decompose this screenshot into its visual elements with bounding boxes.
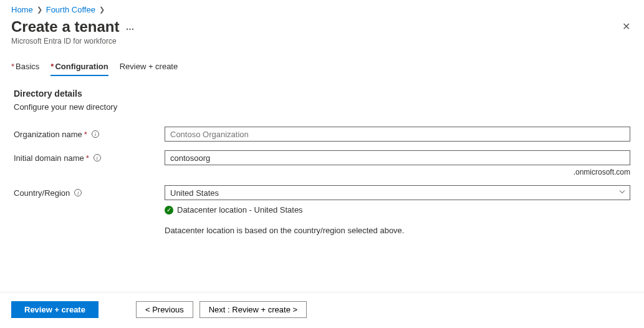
- info-icon[interactable]: i: [92, 130, 99, 138]
- previous-button[interactable]: < Previous: [136, 301, 193, 318]
- tab-review[interactable]: Review + create: [120, 62, 178, 76]
- info-icon[interactable]: i: [74, 189, 82, 196]
- label-country-region: Country/Region i: [14, 188, 165, 198]
- row-initial-domain: Initial domain name * i: [14, 150, 630, 165]
- more-icon[interactable]: …: [125, 22, 135, 32]
- breadcrumb-parent[interactable]: Fourth Coffee: [46, 5, 95, 14]
- label-text-organization: Organization name: [14, 130, 82, 139]
- datacenter-note: Datacenter location is based on the coun…: [165, 226, 404, 235]
- label-initial-domain: Initial domain name * i: [14, 153, 165, 163]
- page-title-text: Create a tenant: [11, 18, 119, 36]
- page-header: Create a tenant … Microsoft Entra ID for…: [11, 18, 135, 46]
- close-icon[interactable]: ✕: [620, 18, 633, 35]
- next-button[interactable]: Next : Review + create >: [199, 301, 307, 318]
- organization-name-input[interactable]: [165, 127, 630, 142]
- breadcrumb: Home ❯ Fourth Coffee ❯: [0, 0, 644, 17]
- label-text-region: Country/Region: [14, 188, 70, 198]
- section-title: Directory details: [14, 89, 630, 99]
- breadcrumb-home[interactable]: Home: [11, 5, 33, 14]
- page-title: Create a tenant …: [11, 18, 135, 36]
- row-organization-name: Organization name * i: [14, 127, 630, 142]
- footer: Review + create < Previous Next : Review…: [0, 292, 644, 328]
- country-region-select[interactable]: United States: [165, 185, 630, 200]
- section-desc: Configure your new directory: [14, 102, 630, 112]
- required-mark: *: [86, 153, 89, 163]
- review-create-button[interactable]: Review + create: [11, 301, 99, 318]
- datacenter-status: ✓ Datacenter location - United States: [165, 205, 303, 215]
- info-icon[interactable]: i: [94, 154, 101, 162]
- label-organization-name: Organization name * i: [14, 130, 165, 139]
- tabs: *Basics *Configuration Review + create: [0, 46, 644, 76]
- chevron-down-icon: [618, 188, 626, 198]
- tab-basics-label: Basics: [16, 62, 39, 71]
- chevron-right-icon: ❯: [99, 6, 105, 14]
- tab-configuration[interactable]: *Configuration: [50, 62, 108, 76]
- row-country-region: Country/Region i United States: [14, 185, 630, 200]
- datacenter-status-text: Datacenter location - United States: [177, 205, 303, 215]
- chevron-right-icon: ❯: [37, 6, 42, 14]
- tab-review-label: Review + create: [120, 62, 178, 71]
- country-region-value: United States: [170, 188, 219, 198]
- page-subtitle: Microsoft Entra ID for workforce: [11, 37, 135, 46]
- main-content: Directory details Configure your new dir…: [0, 76, 644, 241]
- tab-basics[interactable]: *Basics: [11, 62, 39, 76]
- required-mark: *: [50, 62, 54, 71]
- required-mark: *: [84, 130, 87, 139]
- domain-suffix: .onmicrosoft.com: [165, 168, 630, 176]
- check-circle-icon: ✓: [165, 206, 173, 215]
- label-text-domain: Initial domain name: [14, 153, 84, 163]
- tab-configuration-label: Configuration: [55, 62, 108, 71]
- initial-domain-input[interactable]: [165, 150, 630, 165]
- required-mark: *: [11, 62, 14, 71]
